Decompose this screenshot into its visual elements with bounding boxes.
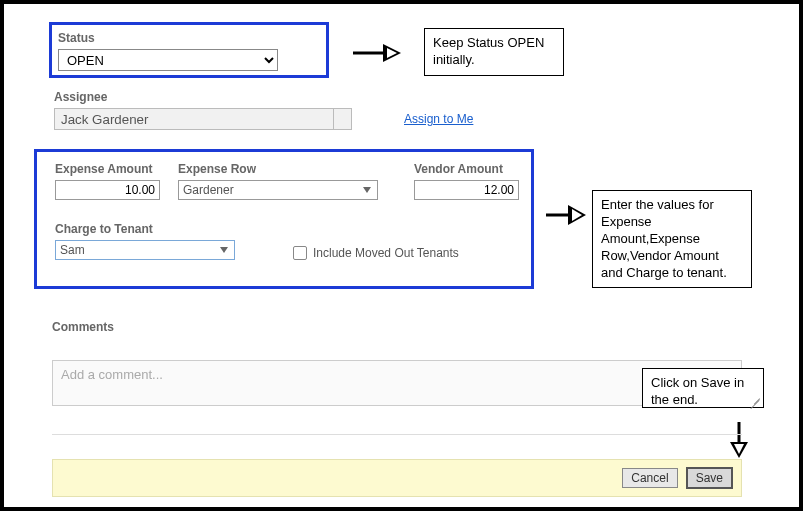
arrow-icon bbox=[349, 38, 404, 68]
expense-amount-input[interactable] bbox=[55, 180, 160, 200]
vendor-amount-input[interactable] bbox=[414, 180, 519, 200]
annotation-text: Click on Save in the end. bbox=[651, 375, 744, 407]
expense-row-value: Gardener bbox=[183, 183, 234, 197]
expense-row-select[interactable]: Gardener bbox=[178, 180, 378, 200]
chevron-down-icon bbox=[363, 187, 371, 193]
button-bar: Cancel Save bbox=[52, 459, 742, 497]
save-button[interactable]: Save bbox=[686, 467, 733, 489]
expense-highlight: Expense Amount Expense Row Gardener Vend… bbox=[34, 149, 534, 289]
comments-label: Comments bbox=[52, 320, 114, 334]
comments-placeholder: Add a comment... bbox=[61, 367, 163, 382]
resize-handle-icon bbox=[751, 395, 761, 405]
divider bbox=[52, 434, 742, 435]
status-label: Status bbox=[58, 31, 320, 45]
arrow-icon bbox=[542, 200, 587, 230]
cancel-button[interactable]: Cancel bbox=[622, 468, 677, 488]
charge-tenant-select[interactable]: Sam bbox=[55, 240, 235, 260]
assign-to-me-link[interactable]: Assign to Me bbox=[404, 112, 473, 126]
chevron-down-icon bbox=[220, 247, 228, 253]
form-frame: Status OPEN Keep Status OPEN initially. … bbox=[0, 0, 803, 511]
assignee-input[interactable] bbox=[54, 108, 334, 130]
assignee-group: Assignee Assign to Me bbox=[54, 90, 473, 130]
charge-tenant-label: Charge to Tenant bbox=[55, 222, 235, 236]
status-select[interactable]: OPEN bbox=[58, 49, 278, 71]
annotation-text: Keep Status OPEN initially. bbox=[433, 35, 544, 67]
assignee-label: Assignee bbox=[54, 90, 473, 104]
expense-amount-label: Expense Amount bbox=[55, 162, 160, 176]
annotation-text: Enter the values for Expense Amount,Expe… bbox=[601, 197, 727, 280]
expense-row-label: Expense Row bbox=[178, 162, 378, 176]
charge-tenant-value: Sam bbox=[60, 243, 85, 257]
include-moved-out-row: Include Moved Out Tenants bbox=[293, 246, 459, 260]
include-moved-out-checkbox[interactable] bbox=[293, 246, 307, 260]
status-annotation: Keep Status OPEN initially. bbox=[424, 28, 564, 76]
comments-textarea[interactable]: Add a comment... bbox=[52, 360, 742, 406]
status-highlight: Status OPEN bbox=[49, 22, 329, 78]
assignee-dropdown-button[interactable] bbox=[334, 108, 352, 130]
arrow-down-icon bbox=[726, 420, 752, 460]
expense-annotation: Enter the values for Expense Amount,Expe… bbox=[592, 190, 752, 288]
vendor-amount-label: Vendor Amount bbox=[414, 162, 519, 176]
save-annotation: Click on Save in the end. bbox=[642, 368, 764, 408]
include-moved-out-label: Include Moved Out Tenants bbox=[313, 246, 459, 260]
